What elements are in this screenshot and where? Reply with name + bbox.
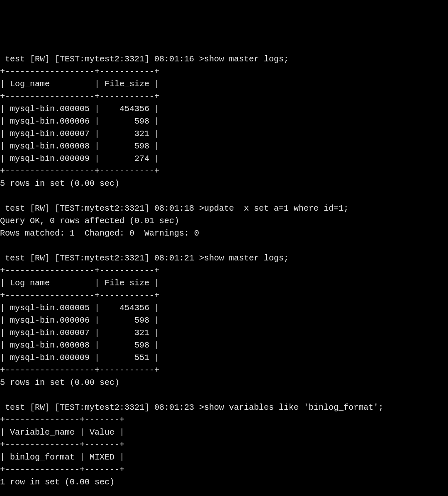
terminal-output[interactable]: test [RW] [TEST:mytest2:3321] 08:01:16 >… bbox=[0, 53, 448, 489]
prompt-line-4: test [RW] [TEST:mytest2:3321] 08:01:23 >… bbox=[0, 401, 448, 414]
table-border: +---------------+-------+ bbox=[0, 464, 448, 476]
result-summary: 5 rows in set (0.00 sec) bbox=[0, 177, 448, 190]
table-row: | mysql-bin.000005 | 454356 | bbox=[0, 302, 448, 314]
command-block-2: test [RW] [TEST:mytest2:3321] 08:01:18 >… bbox=[0, 202, 448, 240]
table-header: | Log_name | File_size | bbox=[0, 277, 448, 289]
prompt-line-1: test [RW] [TEST:mytest2:3321] 08:01:16 >… bbox=[0, 53, 448, 66]
table-border: +------------------+-----------+ bbox=[0, 66, 448, 78]
table-row: | mysql-bin.000007 | 321 | bbox=[0, 327, 448, 339]
result-summary: 5 rows in set (0.00 sec) bbox=[0, 377, 448, 389]
table-border: +------------------+-----------+ bbox=[0, 265, 448, 277]
table-border: +------------------+-----------+ bbox=[0, 165, 448, 177]
command-block-4: test [RW] [TEST:mytest2:3321] 08:01:23 >… bbox=[0, 401, 448, 489]
table-row: | mysql-bin.000009 | 274 | bbox=[0, 153, 448, 165]
table-row: | mysql-bin.000008 | 598 | bbox=[0, 140, 448, 153]
table-border: +------------------+-----------+ bbox=[0, 364, 448, 377]
table-header: | Log_name | File_size | bbox=[0, 78, 448, 90]
table-border: +------------------+-----------+ bbox=[0, 289, 448, 302]
table-border: +------------------+-----------+ bbox=[0, 90, 448, 103]
table-row: | mysql-bin.000006 | 598 | bbox=[0, 115, 448, 128]
table-row: | mysql-bin.000005 | 454356 | bbox=[0, 103, 448, 115]
table-border: +---------------+-------+ bbox=[0, 439, 448, 451]
rows-matched-line: Rows matched: 1 Changed: 0 Warnings: 0 bbox=[0, 227, 448, 240]
prompt-line-3: test [RW] [TEST:mytest2:3321] 08:01:21 >… bbox=[0, 252, 448, 265]
table-row: | mysql-bin.000006 | 598 | bbox=[0, 314, 448, 327]
result-summary: 1 row in set (0.00 sec) bbox=[0, 476, 448, 489]
command-block-3: test [RW] [TEST:mytest2:3321] 08:01:21 >… bbox=[0, 252, 448, 389]
table-header: | Variable_name | Value | bbox=[0, 426, 448, 439]
blank-line bbox=[0, 240, 448, 252]
table-row: | binlog_format | MIXED | bbox=[0, 451, 448, 464]
table-border: +---------------+-------+ bbox=[0, 414, 448, 426]
table-row: | mysql-bin.000007 | 321 | bbox=[0, 128, 448, 140]
prompt-line-2: test [RW] [TEST:mytest2:3321] 08:01:18 >… bbox=[0, 202, 448, 215]
table-row: | mysql-bin.000008 | 598 | bbox=[0, 339, 448, 352]
blank-line bbox=[0, 389, 448, 401]
blank-line bbox=[0, 190, 448, 202]
table-row: | mysql-bin.000009 | 551 | bbox=[0, 352, 448, 364]
query-ok-line: Query OK, 0 rows affected (0.01 sec) bbox=[0, 215, 448, 227]
command-block-1: test [RW] [TEST:mytest2:3321] 08:01:16 >… bbox=[0, 53, 448, 190]
